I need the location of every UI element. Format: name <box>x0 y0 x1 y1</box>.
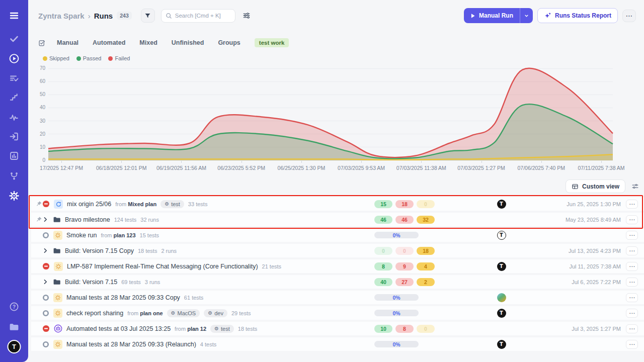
runs-play-circle-icon[interactable] <box>9 53 20 64</box>
search-box[interactable] <box>161 9 235 23</box>
row-menu-button[interactable]: ⋯ <box>626 293 638 302</box>
status-open-icon <box>42 294 49 301</box>
row-menu-button[interactable]: ⋯ <box>626 231 638 240</box>
settings-gear-icon[interactable] <box>9 191 20 201</box>
help-icon[interactable]: ? <box>9 302 19 312</box>
progress-bar: 0% <box>374 294 419 301</box>
run-main-cell: Smoke runfrom plan 12315 tests <box>42 231 374 240</box>
hamburger-menu-icon[interactable] <box>9 11 19 21</box>
folder-icon <box>53 216 61 224</box>
manual-run-icon <box>53 309 62 318</box>
bar-chart-icon[interactable] <box>9 151 19 161</box>
page-title: Runs <box>94 12 113 20</box>
run-stats-cell: 40272 <box>374 278 467 286</box>
expand-chevron-icon[interactable] <box>42 279 49 285</box>
run-title[interactable]: Build: Version 7.15 <box>65 279 117 286</box>
x-axis-label: 06/19/2025 11:56 AM <box>148 165 214 171</box>
run-main-cell: mix origin 25/06from Mixed plan⚙test33 t… <box>42 200 374 209</box>
run-from-plan: from plan one <box>127 310 163 316</box>
tests-count: 29 tests <box>231 310 251 316</box>
row-menu-button[interactable]: ⋯ <box>626 215 638 224</box>
run-stats-cell: 0018 <box>374 247 467 255</box>
run-stats-cell: 464632 <box>374 216 467 224</box>
run-title[interactable]: Build: Version 7.15 Copy <box>65 247 134 254</box>
passed-count-pill: 0 <box>374 247 392 255</box>
progress-value: 0% <box>392 310 400 316</box>
run-main-cell: Build: Version 7.15 Copy18 tests2 runs <box>42 247 374 255</box>
manual-run-button[interactable]: Manual Run <box>464 8 520 23</box>
run-stats-cell: 0% <box>374 341 467 347</box>
row-menu-button[interactable]: ⋯ <box>626 246 638 255</box>
run-main-cell: Automated tests at 03 Jul 2025 13:25from… <box>42 324 374 333</box>
manual-run-icon <box>53 293 62 302</box>
search-input[interactable] <box>175 13 230 19</box>
run-title[interactable]: Manual tests at 28 Mar 2025 09:33 Copy <box>66 294 180 301</box>
status-open-icon <box>42 310 49 317</box>
pulse-activity-icon[interactable] <box>9 113 19 123</box>
progress-value: 0% <box>392 232 400 238</box>
active-filter-chip[interactable]: test work <box>255 38 289 47</box>
progress-bar: 0% <box>374 232 419 238</box>
tab-unfinished[interactable]: Unfinished <box>172 39 204 46</box>
run-row[interactable]: Manual tests at 28 Mar 2025 09:33 Copy61… <box>31 291 644 304</box>
breadcrumb-project[interactable]: Zyntra Spark <box>38 12 85 20</box>
manual-run-dropdown[interactable] <box>520 8 533 23</box>
run-row[interactable]: mix origin 25/06from Mixed plan⚙test33 t… <box>31 197 644 211</box>
run-row[interactable]: check report sharingfrom plan one⚙MacOS⚙… <box>31 306 644 320</box>
manual-run-split-button[interactable]: Manual Run <box>464 8 533 23</box>
test-cases-check-icon[interactable] <box>9 34 19 44</box>
assignee-avatar <box>497 293 506 302</box>
header-more-button[interactable]: ⋯ <box>622 10 636 22</box>
chevron-down-icon <box>524 13 529 19</box>
tab-groups[interactable]: Groups <box>218 39 240 46</box>
run-title[interactable]: LMP-587 Implement Real-Time Chat Messagi… <box>67 263 258 270</box>
user-avatar[interactable]: T <box>8 340 21 353</box>
view-toolbar: Custom view <box>566 179 639 193</box>
tab-automated[interactable]: Automated <box>93 39 125 46</box>
run-title[interactable]: Bravo milestone <box>65 216 110 223</box>
run-title[interactable]: mix origin 25/06 <box>67 201 111 208</box>
row-menu-button[interactable]: ⋯ <box>626 200 638 209</box>
run-stats-cell: 0% <box>374 310 467 316</box>
run-row[interactable]: Automated tests at 03 Jul 2025 13:25from… <box>31 322 644 335</box>
run-title[interactable]: Smoke run <box>66 232 97 239</box>
run-title[interactable]: check report sharing <box>66 310 123 317</box>
filter-button[interactable] <box>141 9 155 23</box>
run-row[interactable]: Manual tests at 28 Mar 2025 09:33 (Relau… <box>31 337 644 351</box>
gear-icon: ⚙ <box>214 326 219 331</box>
run-row[interactable]: LMP-587 Implement Real-Time Chat Messagi… <box>31 259 644 273</box>
passed-count-pill: 40 <box>374 278 392 286</box>
run-row[interactable]: Build: Version 7.1569 tests3 runs40272Ju… <box>31 275 644 289</box>
branch-milestones-icon[interactable] <box>9 171 19 181</box>
list-check-icon[interactable] <box>9 73 19 83</box>
run-row[interactable]: Build: Version 7.15 Copy18 tests2 runs00… <box>31 244 644 257</box>
environment-badge: ⚙test <box>210 325 234 333</box>
view-settings-sliders-icon[interactable] <box>631 183 639 190</box>
expand-chevron-icon[interactable] <box>42 247 49 254</box>
status-failed-icon <box>42 200 50 208</box>
run-title[interactable]: Manual tests at 28 Mar 2025 09:33 (Relau… <box>66 341 196 348</box>
status-failed-icon <box>42 262 50 270</box>
row-menu-button[interactable]: ⋯ <box>626 262 638 271</box>
run-row[interactable]: Smoke runfrom plan 12315 tests0%T⋯ <box>31 228 644 242</box>
row-menu-button[interactable]: ⋯ <box>626 340 638 349</box>
row-menu-button[interactable]: ⋯ <box>626 278 638 287</box>
stairs-steps-icon[interactable] <box>10 93 19 102</box>
row-menu-button[interactable]: ⋯ <box>626 324 638 333</box>
runs-count: 3 runs <box>145 279 160 285</box>
tabs-bar: Manual Automated Mixed Unfinished Groups… <box>38 37 289 48</box>
legend-skipped: Skipped <box>43 55 69 61</box>
tab-mixed[interactable]: Mixed <box>139 39 157 46</box>
folder-icon[interactable] <box>9 322 20 332</box>
custom-view-button[interactable]: Custom view <box>566 179 625 193</box>
expand-chevron-icon[interactable] <box>42 216 49 223</box>
run-date: Jul 6, 2025 7:22 PM <box>535 279 626 285</box>
run-title[interactable]: Automated tests at 03 Jul 2025 13:25 <box>66 325 171 332</box>
select-all-icon[interactable] <box>38 39 46 47</box>
row-menu-button[interactable]: ⋯ <box>626 309 638 318</box>
adjustments-sliders-icon[interactable] <box>243 12 251 20</box>
tab-manual[interactable]: Manual <box>57 39 78 46</box>
runs-status-report-button[interactable]: Runs Status Report <box>537 8 618 23</box>
sign-in-arrow-icon[interactable] <box>9 131 20 142</box>
run-row[interactable]: Bravo milestone124 tests32 runs464632May… <box>31 213 644 226</box>
